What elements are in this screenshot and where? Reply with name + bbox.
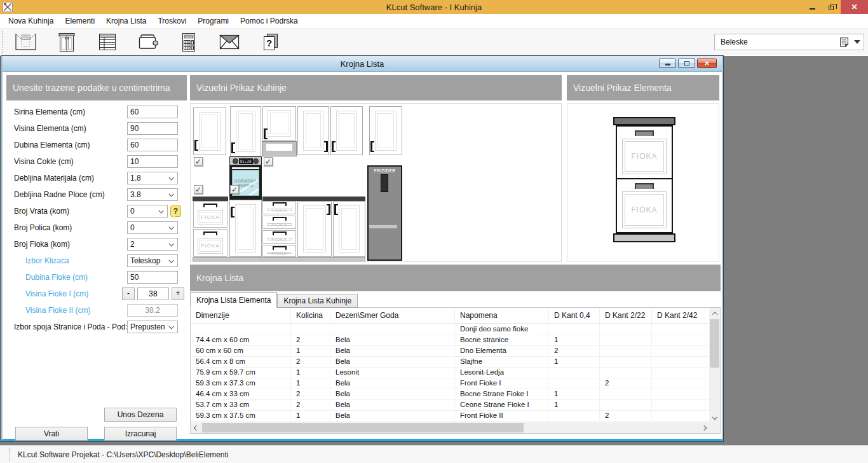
field-label-sirina-elementa-cm: Sirina Elementa (cm) xyxy=(14,107,85,116)
scroll-right-button[interactable] xyxy=(698,422,709,433)
menu-item-nova-kuhinja[interactable]: Nova Kuhinja xyxy=(3,15,59,27)
broj-polica-kom-select[interactable]: 0 xyxy=(127,221,178,234)
izbor-spoja-stranice-i-poda-pod-select[interactable]: Prepusten xyxy=(127,321,178,333)
scroll-down-button[interactable] xyxy=(709,411,720,422)
table-cell xyxy=(191,324,291,335)
hood-niche xyxy=(262,142,296,156)
table-header-cell-d-kant-2-22[interactable]: D Kant 2/22 xyxy=(600,308,652,323)
field-label-visina-elementa-cm: Visina Elementa (cm) xyxy=(14,124,86,133)
help-icon[interactable]: ? xyxy=(170,205,181,217)
help-icon[interactable]: ? xyxy=(254,30,287,54)
table-header-cell-d-kant-0-4[interactable]: D Kant 0,4 xyxy=(549,308,600,323)
table-cell: Slajfne xyxy=(455,357,549,367)
close-button[interactable]: ✕ xyxy=(841,0,868,14)
dialog-titlebar[interactable]: Krojna Lista ✕ xyxy=(3,56,722,72)
new-kitchen-icon[interactable] xyxy=(10,30,43,54)
vertical-scroll-thumb[interactable] xyxy=(710,319,719,368)
debljina-materijala-cm-select[interactable]: 1.8 xyxy=(127,172,178,184)
table-row[interactable]: 53.7 cm x 33 cm2BelaCeone Strane Fioke I… xyxy=(191,400,709,411)
dialog-maximize-button[interactable] xyxy=(678,59,695,68)
menu-item-elementi[interactable]: Elementi xyxy=(59,15,100,27)
kitchen-checkbox[interactable]: ✓ xyxy=(194,185,203,194)
dialog-maximize-icon xyxy=(684,61,689,66)
dialog-close-button[interactable]: ✕ xyxy=(697,59,717,68)
kitchen-checkbox[interactable]: ✓ xyxy=(230,185,239,194)
unos-dezena-button[interactable]: Unos Dezena xyxy=(104,408,177,422)
drawer-label: FIOKA xyxy=(631,205,657,214)
drawer-handle xyxy=(635,183,654,189)
table-row[interactable]: 74.4 cm x 60 cm2BelaBocne stranice1 xyxy=(191,335,709,346)
table-header-cell-dezen-smer-goda[interactable]: Dezen\Smer Goda xyxy=(330,308,455,323)
costs-wallet-icon[interactable] xyxy=(132,30,165,54)
chevron-down-icon[interactable] xyxy=(854,40,860,44)
sirina-elementa-cm-input[interactable]: 60 xyxy=(127,106,178,118)
table-row[interactable]: Donji deo samo fioke xyxy=(191,324,709,335)
kitchen-checkbox[interactable]: ✓ xyxy=(194,157,203,166)
broj-fioka-kom-select[interactable]: 2 xyxy=(127,238,178,251)
izbor-klizaca-select[interactable]: Teleskop xyxy=(127,254,178,267)
table-row[interactable]: 75.9 cm x 59.7 cm1LesonitLesonit-Ledja xyxy=(191,368,709,378)
table-header-cell-kolicina[interactable]: Kolicina xyxy=(291,308,330,323)
form-row: Visina Fioke II (cm)38.2 xyxy=(9,304,184,317)
visina-fioke-i-cm-decrement-button[interactable]: - xyxy=(122,287,135,300)
vrati-button[interactable]: Vrati xyxy=(15,427,88,441)
countertop xyxy=(193,197,228,201)
table-cell: Bela xyxy=(330,357,455,367)
calculator-icon[interactable]: 123 xyxy=(172,30,205,54)
chevron-down-icon xyxy=(712,414,717,419)
debljina-radne-ploce-cm-select[interactable]: 3.8 xyxy=(127,188,178,201)
table-header-cell-dimenzije[interactable]: Dimenzije xyxy=(191,308,291,323)
kitchen-checkbox[interactable]: ✓ xyxy=(264,157,273,166)
dialog-minimize-button[interactable] xyxy=(659,59,676,68)
table-row[interactable]: 59.3 cm x 37.5 cm1BelaFront Fioke II2 xyxy=(191,411,709,422)
field-label-izbor-spoja-stranice-i-poda-pod: Izbor spoja Stranice i Poda - Pod: xyxy=(14,322,128,331)
table-cell: 1 xyxy=(549,400,600,410)
restore-button[interactable] xyxy=(822,0,841,14)
elements-cabinet-icon[interactable] xyxy=(50,30,83,54)
form-row: Broj Polica (kom)0 xyxy=(9,221,184,234)
cut-list-table-icon[interactable] xyxy=(91,30,124,54)
menu-item-krojna-lista[interactable]: Krojna Lista xyxy=(100,15,152,27)
drawer-label: FIOKA xyxy=(271,208,287,212)
table-cell: 2 xyxy=(291,335,330,345)
svg-text:123: 123 xyxy=(186,34,192,38)
table-header-cell-napomena[interactable]: Napomena xyxy=(455,308,549,323)
mail-icon[interactable] xyxy=(213,30,246,54)
visina-cokle-cm-input[interactable]: 10 xyxy=(127,155,178,168)
scroll-up-button[interactable] xyxy=(709,308,720,319)
table-row[interactable]: 46.4 cm x 33 cm2BelaBocne Strane Fioke I… xyxy=(191,389,709,400)
visina-fioke-i-cm-increment-button[interactable]: + xyxy=(172,287,184,300)
visina-elementa-cm-input[interactable]: 90 xyxy=(127,122,178,135)
chevron-down-icon xyxy=(168,191,173,197)
tab-krojna-lista-elementa[interactable]: Krojna Lista Elementa xyxy=(190,292,277,308)
visina-fioke-i-cm-input[interactable]: 38 xyxy=(137,287,169,300)
base-cabinet-door xyxy=(333,201,365,257)
table-cell: Bela xyxy=(330,378,455,389)
table-cell: 53.7 cm x 33 cm xyxy=(191,400,291,410)
izracunaj-button[interactable]: Izracunaj xyxy=(104,427,177,441)
table-cell xyxy=(600,368,652,378)
drawer-label-frame: FIOKA xyxy=(622,191,667,228)
horizontal-scroll-thumb[interactable] xyxy=(202,423,524,432)
tab-krojna-lista-kuhinje[interactable]: Krojna Lista Kuhinje xyxy=(277,294,358,308)
table-cell xyxy=(600,346,652,356)
menu-item-programi[interactable]: Programi xyxy=(192,15,234,27)
dubina-fioke-cm-input[interactable]: 50 xyxy=(127,271,178,284)
table-row[interactable]: 59.3 cm x 37.3 cm1BelaFront Fioke I2 xyxy=(191,378,709,389)
vertical-scrollbar[interactable] xyxy=(709,308,720,422)
menu-item-pomoc-i-podrska[interactable]: Pomoc i Podrska xyxy=(234,15,304,27)
horizontal-scrollbar[interactable] xyxy=(191,422,709,433)
table-cell: Bela xyxy=(330,400,455,410)
dubina-elementa-cm-input[interactable]: 60 xyxy=(127,139,178,151)
toolbar: 123 ? Beleske xyxy=(0,29,868,55)
door-handle xyxy=(332,142,334,151)
scroll-left-button[interactable] xyxy=(191,422,201,433)
table-row[interactable]: 60 cm x 60 cm1BelaDno Elementa2 xyxy=(191,346,709,357)
table-header-cell-d-kant-2-42[interactable]: D Kant 2/42 xyxy=(652,308,705,323)
menu-item-troskovi[interactable]: Troskovi xyxy=(152,15,192,27)
notes-combobox[interactable]: Beleske xyxy=(714,34,864,50)
base-cabinet-door xyxy=(229,200,262,257)
table-row[interactable]: 56.4 cm x 8 cm2BelaSlajfne1 xyxy=(191,357,709,368)
broj-vrata-kom-select[interactable]: 0 xyxy=(127,205,168,218)
minimize-button[interactable] xyxy=(803,0,822,14)
